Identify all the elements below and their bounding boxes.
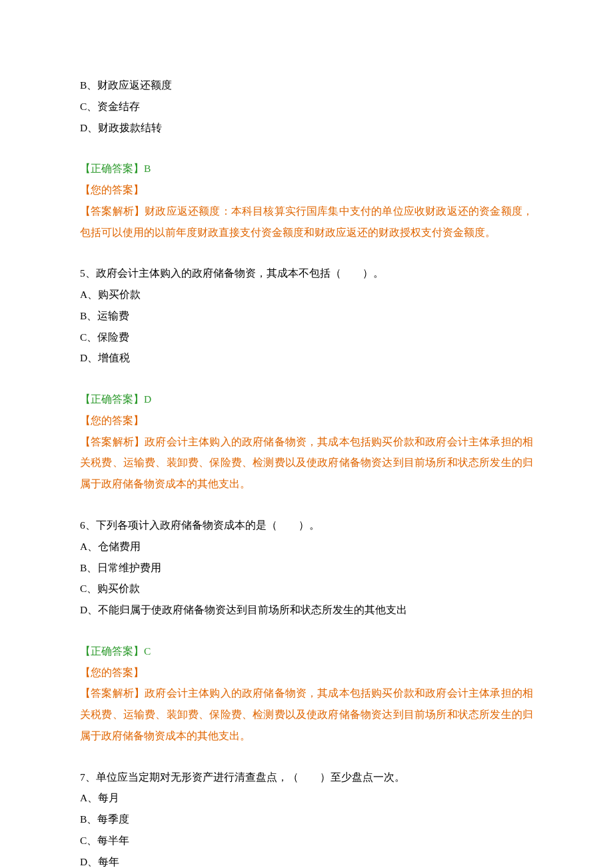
q6-option-a: A、仓储费用	[80, 536, 533, 557]
q6-option-d: D、不能归属于使政府储备物资达到目前场所和状态所发生的其他支出	[80, 599, 533, 621]
q6-option-b: B、日常维护费用	[80, 557, 533, 579]
q6-explanation: 【答案解析】政府会计主体购入的政府储备物资，其成本包括购买价款和政府会计主体承担…	[80, 683, 533, 746]
q4-answer-block: 【正确答案】B 【您的答案】 【答案解析】财政应返还额度：本科目核算实行国库集中…	[80, 158, 533, 243]
q5-correct-answer: 【正确答案】D	[80, 389, 533, 410]
q4-option-d: D、财政拨款结转	[80, 117, 533, 139]
q5-option-c: C、保险费	[80, 327, 533, 348]
q5-option-a: A、购买价款	[80, 284, 533, 305]
q5-option-b: B、运输费	[80, 305, 533, 327]
q4-options-tail: B、财政应返还额度 C、资金结存 D、财政拨款结转	[80, 75, 533, 138]
q7-stem: 7、单位应当定期对无形资产进行清查盘点，（ ）至少盘点一次。	[80, 767, 533, 788]
q5-option-d: D、增值税	[80, 347, 533, 369]
q7-option-a: A、每月	[80, 787, 533, 809]
q7-option-d: D、每年	[80, 851, 533, 868]
q4-option-b: B、财政应返还额度	[80, 75, 533, 96]
page: B、财政应返还额度 C、资金结存 D、财政拨款结转 【正确答案】B 【您的答案】…	[0, 0, 613, 868]
q7-block: 7、单位应当定期对无形资产进行清查盘点，（ ）至少盘点一次。 A、每月 B、每季…	[80, 767, 533, 868]
q5-explanation: 【答案解析】政府会计主体购入的政府储备物资，其成本包括购买价款和政府会计主体承担…	[80, 431, 533, 495]
q5-answer-block: 【正确答案】D 【您的答案】 【答案解析】政府会计主体购入的政府储备物资，其成本…	[80, 389, 533, 495]
q4-correct-answer: 【正确答案】B	[80, 158, 533, 179]
q6-your-answer: 【您的答案】	[80, 662, 533, 683]
q6-option-c: C、购买价款	[80, 578, 533, 599]
q5-your-answer: 【您的答案】	[80, 410, 533, 431]
q7-option-b: B、每季度	[80, 809, 533, 830]
q6-answer-block: 【正确答案】C 【您的答案】 【答案解析】政府会计主体购入的政府储备物资，其成本…	[80, 641, 533, 747]
q4-your-answer: 【您的答案】	[80, 179, 533, 201]
q4-explanation: 【答案解析】财政应返还额度：本科目核算实行国库集中支付的单位应收财政返还的资金额…	[80, 201, 533, 243]
q6-stem: 6、下列各项计入政府储备物资成本的是（ ）。	[80, 515, 533, 536]
q5-block: 5、政府会计主体购入的政府储备物资，其成本不包括（ ）。 A、购买价款 B、运输…	[80, 263, 533, 369]
q4-option-c: C、资金结存	[80, 96, 533, 117]
q5-stem: 5、政府会计主体购入的政府储备物资，其成本不包括（ ）。	[80, 263, 533, 284]
q7-option-c: C、每半年	[80, 830, 533, 851]
q6-block: 6、下列各项计入政府储备物资成本的是（ ）。 A、仓储费用 B、日常维护费用 C…	[80, 515, 533, 621]
q6-correct-answer: 【正确答案】C	[80, 641, 533, 662]
